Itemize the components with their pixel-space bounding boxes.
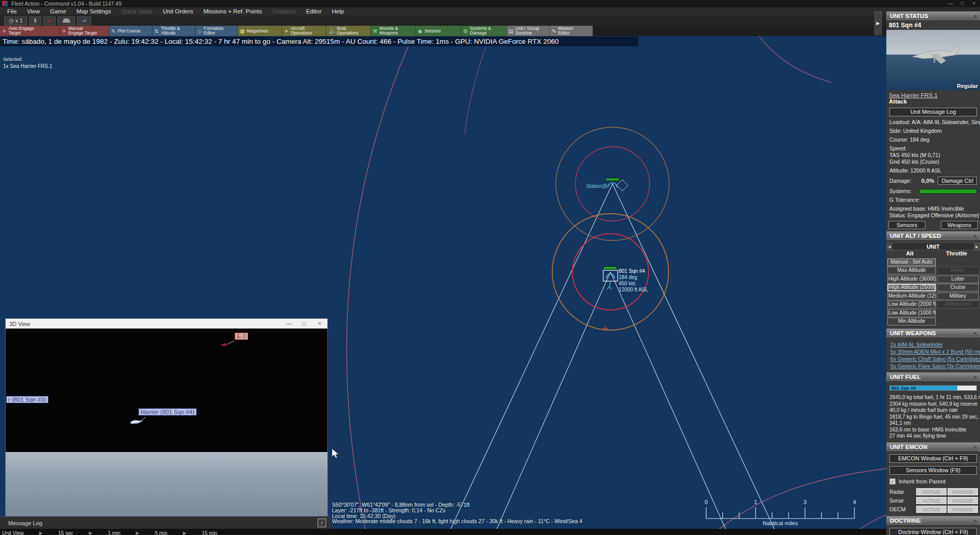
menu-view[interactable]: View <box>22 7 45 15</box>
record-button[interactable]: ● <box>43 16 56 25</box>
message-log-bar[interactable]: Message Log ↑ <box>0 516 329 529</box>
tab-15-sec[interactable]: 15 sec <box>58 530 73 535</box>
collapse-chevron-icon[interactable]: » <box>971 15 980 18</box>
low-altitude-1000-button[interactable]: Low Altitude (1000 ft) <box>887 309 936 317</box>
close-icon[interactable]: × <box>968 0 980 7</box>
damage-label: Damage: <box>889 178 921 184</box>
oecm-active-button[interactable]: ACTIVE <box>916 506 947 513</box>
radar-active-button[interactable]: ACTIVE <box>916 488 947 495</box>
doctrine-header[interactable]: DOCTRINE » <box>886 516 980 525</box>
tab-15-min[interactable]: 15 min <box>202 530 217 535</box>
station-label[interactable]: Station(B <box>565 183 607 189</box>
radar-passive-button[interactable]: PASSIVE <box>948 488 978 495</box>
maximize-icon[interactable]: □ <box>956 0 968 7</box>
tab-1-min[interactable]: 1 min <box>108 530 120 535</box>
low-altitude-2000-button[interactable]: Low Altitude (2000 ft) <box>887 301 936 308</box>
formation-editor-button[interactable]: ◇ Formation Editor <box>196 26 238 36</box>
close-icon[interactable]: × <box>312 319 327 329</box>
3d-view-titlebar[interactable]: 3D View — □ × <box>6 319 327 329</box>
collapse-chevron-icon[interactable]: » <box>971 235 980 238</box>
manual-set-auto-button[interactable]: Manual - Set Auto <box>887 258 936 266</box>
pause-button[interactable]: ‖ <box>29 16 41 25</box>
collapse-chevron-icon[interactable]: » <box>971 519 980 522</box>
weapon-link[interactable]: 6x Generic Chaff Salvo [5x Cartridges] <box>890 356 980 362</box>
unit-type-link[interactable]: Sea Harrier FRS.1 <box>889 92 980 98</box>
menu-file[interactable]: File <box>2 7 22 15</box>
play-icon: ▶ <box>136 530 139 535</box>
minimize-icon[interactable]: — <box>281 319 296 329</box>
3d-view-canvas[interactable]: E-3 r (801 Sqn #3) Harrier (801 Sqn #4) <box>6 329 327 452</box>
mounts-weapons-button[interactable]: ⚒ Mounts & Weapons <box>371 26 416 36</box>
tab-5-min[interactable]: 5 min <box>155 530 167 535</box>
high-altitude-25000-button[interactable]: High Altitude (25000 ft) <box>887 284 936 291</box>
high-altitude-36000-button[interactable]: High Altitude (36000 ft) <box>887 275 936 283</box>
sonar-active-button[interactable]: ACTIVE <box>916 497 947 504</box>
aircraft-operations-button[interactable]: ✈ Aircraft Operations <box>282 26 326 36</box>
collapse-chevron-icon[interactable]: » <box>971 332 980 335</box>
sonar-passive-button[interactable]: PASSIVE <box>948 497 978 504</box>
doctrine-window-button[interactable]: Doctrine Window (Ctrl + F9) <box>889 528 977 535</box>
manual-engage-target-button[interactable]: ✈ Manual Engage Target <box>60 26 109 36</box>
sensors-window-button[interactable]: Sensors Window (F9) <box>889 466 977 475</box>
weapon-link[interactable]: 2x AIM-9L Sidewinder <box>890 341 980 348</box>
unit-label-sqn4[interactable]: Harrier (801 Sqn #4) <box>138 408 197 416</box>
throttle-altitude-button[interactable]: ⇅ Throttle & Altitude <box>152 26 196 36</box>
emcon-window-button[interactable]: EMCON Window (Ctrl + F9) <box>889 454 977 463</box>
collapse-chevron-icon[interactable]: » <box>971 445 980 448</box>
unit-weapons-header[interactable]: UNIT WEAPONS » <box>886 329 980 337</box>
minimize-icon[interactable]: — <box>944 0 956 7</box>
systems-damage-button[interactable]: ⚙ Systems & Damage <box>461 26 506 36</box>
throttle-military-button[interactable]: Military <box>937 292 979 300</box>
camera-button[interactable] <box>58 16 75 25</box>
collapse-chevron-icon[interactable]: » <box>971 376 980 379</box>
unit-message-log-button[interactable]: Unit Message Log <box>889 108 977 116</box>
tab-unit-view[interactable]: Unit View <box>2 530 24 535</box>
damage-ctrl-button[interactable]: Damage Ctrl <box>938 177 977 185</box>
magazines-button[interactable]: ▦ Magazines <box>238 26 282 36</box>
pause-icon: ‖ <box>34 18 37 24</box>
maximize-icon[interactable]: □ <box>296 319 312 329</box>
max-altitude-button[interactable]: Max Altitude <box>887 267 936 274</box>
min-altitude-button[interactable]: Min Altitude <box>887 318 936 325</box>
throttle-cruise-button[interactable]: Cruise <box>937 284 979 291</box>
expand-log-icon[interactable]: ↑ <box>318 519 326 527</box>
weapon-link[interactable]: 5x Generic Flare Salvo [3x Cartridges, S… <box>890 363 980 369</box>
menu-map-settings[interactable]: Map Settings <box>72 7 116 15</box>
time-speed-button[interactable]: ◷ x 1 <box>4 16 27 25</box>
boat-operations-button[interactable]: ⚓ Boat Operations <box>326 26 371 36</box>
auto-engage-target-button[interactable]: ✈ Auto Engage Target <box>0 26 60 36</box>
throttle-loiter-button[interactable]: Loiter <box>937 275 979 283</box>
next-unit-icon[interactable]: ► <box>974 243 980 251</box>
weapons-detail-button[interactable]: Weapons <box>941 221 978 229</box>
altitude-text: Altitude: 12000 ft ASL <box>889 167 980 174</box>
oecm-label: OECM <box>889 506 916 512</box>
menu-editor[interactable]: Editor <box>301 7 327 15</box>
prev-unit-icon[interactable]: ◄ <box>886 243 892 251</box>
contact-label-e3[interactable]: E-3 <box>235 333 248 340</box>
sensors-detail-button[interactable]: Sensors <box>888 221 925 229</box>
oecm-passive-button[interactable]: PASSIVE <box>948 506 978 513</box>
sidebar-collapse-button[interactable]: ▶ <box>874 11 882 35</box>
jump-button[interactable]: ➔ <box>77 16 91 25</box>
plot-course-button[interactable]: ✎ Plot Course <box>109 26 152 36</box>
inherit-checkbox[interactable]: ✓ <box>889 478 896 485</box>
3d-view-window[interactable]: 3D View — □ × E-3 r (801 Sqn #3) Harrier… <box>5 318 328 516</box>
medium-altitude-button[interactable]: Medium Altitude (12000 ft) <box>887 292 936 300</box>
menu-unit-orders[interactable]: Unit Orders <box>157 7 198 15</box>
systems-health-bar <box>919 189 977 194</box>
menu-help[interactable]: Help <box>327 7 349 15</box>
unit-emcon-header[interactable]: UNIT EMCON » <box>886 442 980 451</box>
menu-missions-ref-points[interactable]: Missions + Ref. Points <box>198 7 267 15</box>
unit-label-sqn3[interactable]: r (801 Sqn #3) <box>6 396 48 403</box>
unit-fuel-header[interactable]: UNIT FUEL » <box>886 372 980 381</box>
unit-group-doctrine-button[interactable]: ▤ Unit / Group Doctrine <box>506 26 550 36</box>
mission-editor-button[interactable]: ✎ Mission Editor <box>550 26 593 36</box>
scale-caption: Nautical miles <box>763 520 798 526</box>
play-icon: ▶ <box>183 530 186 535</box>
unit-alt-speed-header[interactable]: UNIT ALT / SPEED » <box>886 231 980 240</box>
unit-status-header[interactable]: UNIT STATUS » <box>886 11 980 20</box>
weapon-link[interactable]: 5x 30mm ADEN Mk4 x 2 Burst [50 rnds] <box>890 349 980 355</box>
sensors-button[interactable]: ◉ Sensors <box>416 26 461 36</box>
selected-unit-datablock[interactable]: 801 Sqn #4 184 deg 450 kts 12000 ft ASL <box>619 268 648 293</box>
menu-game[interactable]: Game <box>45 7 71 15</box>
